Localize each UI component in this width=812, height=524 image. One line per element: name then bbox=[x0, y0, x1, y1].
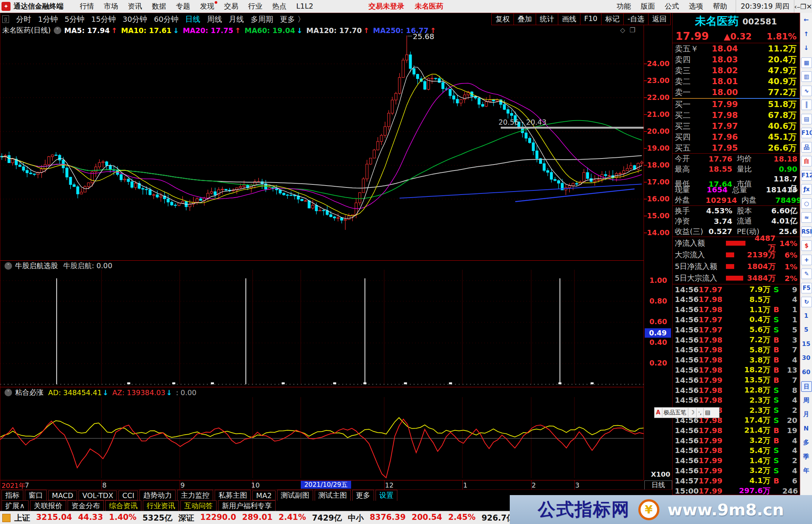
tab-窗口[interactable]: 窗口 bbox=[25, 490, 47, 501]
report-icon[interactable]: ▦ bbox=[801, 57, 812, 68]
toolbar-button-画线[interactable]: 画线 bbox=[558, 13, 580, 25]
tab-私募主图[interactable]: 私募主图 bbox=[215, 490, 251, 501]
collapse-chevron-icon[interactable]: ˅ bbox=[54, 27, 61, 34]
menu-item-选项[interactable]: 选项 bbox=[689, 2, 703, 10]
menu-item-行业[interactable]: 行业 bbox=[248, 2, 262, 10]
quote-list-icon[interactable]: ▥ bbox=[801, 71, 812, 82]
menu-item-公式[interactable]: 公式 bbox=[665, 2, 679, 10]
period-quarter[interactable]: 季 bbox=[801, 452, 811, 462]
bot-indicator-chart[interactable] bbox=[0, 387, 644, 480]
menu-item-L1L2[interactable]: L1L2 bbox=[296, 2, 313, 10]
toolbar-button-统计[interactable]: 统计 bbox=[536, 13, 558, 25]
kline-icon[interactable]: ║ bbox=[801, 100, 812, 110]
menu-alert-1[interactable]: 未名医药 bbox=[415, 2, 443, 10]
chart-tool-icon[interactable]: ◇ bbox=[620, 26, 630, 34]
tab-MA2[interactable]: MA2 bbox=[252, 491, 275, 500]
f12-icon[interactable]: F12 bbox=[801, 170, 812, 181]
period-更多 〉[interactable]: 更多 〉 bbox=[280, 15, 305, 24]
menu-item-专题[interactable]: 专题 bbox=[176, 2, 190, 10]
trend-chart-icon[interactable]: ∿ bbox=[801, 86, 812, 96]
tab-CCI[interactable]: CCI bbox=[118, 491, 138, 500]
mid-indicator-chart[interactable] bbox=[0, 261, 644, 387]
menu-item-交易[interactable]: 交易 bbox=[224, 2, 238, 10]
f10-icon[interactable]: F10 bbox=[801, 128, 812, 138]
menu-item-帮助[interactable]: 帮助 bbox=[713, 2, 727, 10]
tab-测试主图[interactable]: 测试主图 bbox=[315, 490, 351, 501]
chart-corner-icons[interactable]: ◇❐ bbox=[620, 26, 640, 34]
tab-主力监控[interactable]: 主力监控 bbox=[177, 490, 213, 501]
menu-item-资讯[interactable]: 资讯 bbox=[128, 2, 142, 10]
info-pages-icon[interactable]: ▤ bbox=[801, 114, 812, 124]
toolbar-button-复权[interactable]: 复权 bbox=[491, 13, 514, 25]
tab-扩展∧[interactable]: 扩展∧ bbox=[2, 500, 29, 512]
formula-icon[interactable]: ƒx bbox=[801, 184, 812, 195]
menu-item-行情[interactable]: 行情 bbox=[80, 2, 94, 10]
indicator-panel-mid[interactable]: ˅ 牛股启航选股 牛股启航: 0.00 bbox=[0, 260, 644, 387]
toolbar-button-标记[interactable]: 标记 bbox=[601, 13, 624, 25]
draw-icon[interactable]: ✎ bbox=[801, 269, 812, 279]
refresh-icon[interactable]: ↻ bbox=[801, 297, 812, 307]
period-15min[interactable]: 15 bbox=[801, 339, 811, 349]
period-分时[interactable]: 分时 bbox=[16, 15, 31, 24]
close-button[interactable]: ✕ bbox=[806, 3, 812, 11]
period-30min[interactable]: 30 bbox=[801, 353, 811, 363]
menu-item-数据[interactable]: 数据 bbox=[152, 2, 166, 10]
main-chart-panel[interactable]: 未名医药(日线) ˅ MA5: 17.94↑MA10: 17.61↓MA20: … bbox=[0, 25, 644, 260]
tab-VOL-TDX[interactable]: VOL-TDX bbox=[79, 491, 117, 500]
tab-指标[interactable]: 指标 bbox=[2, 490, 23, 501]
minimize-button[interactable]: – bbox=[797, 3, 800, 11]
menu-item-版面[interactable]: 版面 bbox=[641, 2, 655, 10]
money-icon[interactable]: $ bbox=[801, 240, 812, 251]
ime-punct-icon[interactable]: ·, bbox=[697, 408, 704, 417]
tab-MACD[interactable]: MACD bbox=[48, 491, 77, 500]
tab-趋势动力[interactable]: 趋势动力 bbox=[139, 490, 176, 501]
toolbar-button--自选[interactable]: -自选 bbox=[624, 13, 648, 25]
period-多周期[interactable]: 多周期 bbox=[251, 15, 273, 24]
period-multi[interactable]: 多 bbox=[801, 438, 811, 447]
candlestick-chart[interactable]: 20.56 - 20.4325.68 bbox=[0, 25, 644, 260]
page-up-icon[interactable]: ↑ bbox=[801, 29, 811, 39]
period-week[interactable]: 周 bbox=[801, 396, 811, 405]
indicator-panel-bottom[interactable]: ˅ 粘合必涨 AD: 348454.41 ↓ AZ: 139384.03 ↓ :… bbox=[0, 387, 644, 480]
f5-icon[interactable]: F5 bbox=[801, 283, 812, 293]
tab-关联报价[interactable]: 关联报价 bbox=[30, 500, 66, 512]
move-icon[interactable]: + bbox=[801, 255, 812, 265]
menu-item-发现[interactable]: 发现 bbox=[200, 2, 214, 10]
period-60min[interactable]: 60 bbox=[801, 367, 811, 377]
tab-测试副图[interactable]: 测试副图 bbox=[277, 490, 313, 501]
period-year[interactable]: 年 bbox=[801, 466, 811, 476]
period-month[interactable]: 月 bbox=[801, 409, 811, 419]
page-down-icon[interactable]: ↓ bbox=[801, 43, 811, 53]
tab-更多[interactable]: 更多 bbox=[352, 490, 374, 501]
toolbar-button-返回[interactable]: 返回 bbox=[648, 13, 671, 25]
wave-icon[interactable]: ≈ bbox=[801, 212, 812, 223]
tab-综合资讯[interactable]: 综合资讯 bbox=[105, 500, 141, 512]
period-日线[interactable]: 日线 bbox=[185, 15, 200, 24]
tab-资金分布[interactable]: 资金分布 bbox=[68, 500, 104, 512]
period-5min[interactable]: 5 bbox=[801, 325, 811, 335]
tab-新用户福利专享[interactable]: 新用户福利专享 bbox=[218, 500, 276, 512]
layout-icon[interactable]: ▯ bbox=[2, 15, 9, 23]
toolbar-button-叠加[interactable]: 叠加 bbox=[514, 13, 536, 25]
period-30分钟[interactable]: 30分钟 bbox=[123, 15, 147, 24]
maximize-button[interactable]: ❐ bbox=[800, 3, 806, 11]
period-n[interactable]: N bbox=[801, 424, 811, 433]
period-月线[interactable]: 月线 bbox=[229, 15, 244, 24]
collapse-button[interactable]: ‹ bbox=[794, 3, 797, 11]
period-15分钟[interactable]: 15分钟 bbox=[91, 15, 115, 24]
period-5分钟[interactable]: 5分钟 bbox=[65, 15, 85, 24]
tab-设置[interactable]: 设置 bbox=[376, 490, 397, 501]
ime-toolbar[interactable]: A 极品五笔 ☽ ·, ▤ bbox=[654, 407, 720, 418]
period-周线[interactable]: 周线 bbox=[207, 15, 222, 24]
period-1分钟[interactable]: 1分钟 bbox=[38, 15, 58, 24]
rsi-icon[interactable]: RSI bbox=[801, 227, 812, 237]
back-icon[interactable]: ← bbox=[801, 15, 811, 25]
period-1min[interactable]: 1 bbox=[801, 311, 811, 321]
ime-keyboard-icon[interactable]: ▤ bbox=[704, 408, 712, 417]
menu-alert-0[interactable]: 交易未登录 bbox=[368, 2, 404, 10]
block-tree-icon[interactable]: 品 bbox=[801, 142, 812, 153]
collapse-chevron-icon[interactable]: ˅ bbox=[5, 389, 12, 396]
custom-stock-icon[interactable]: 自 bbox=[801, 156, 812, 166]
ime-halfmoon-icon[interactable]: ☽ bbox=[688, 408, 697, 417]
chart-tool-icon[interactable]: ❐ bbox=[630, 26, 640, 34]
